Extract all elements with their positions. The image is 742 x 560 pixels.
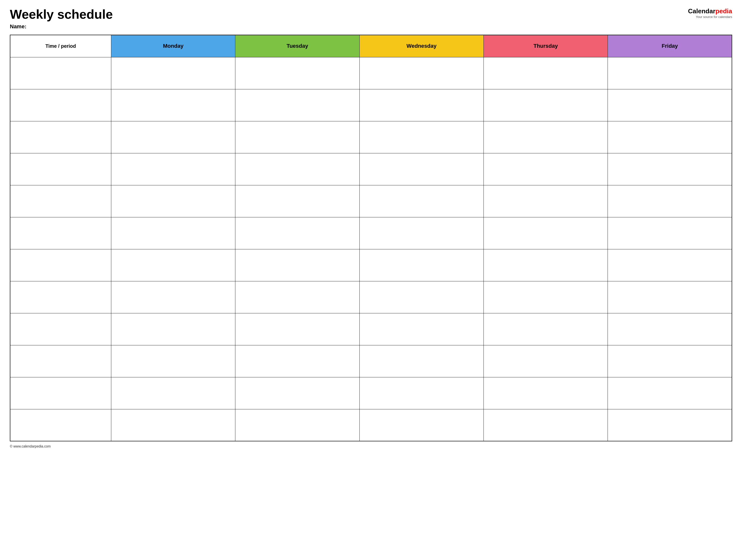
time-cell[interactable] <box>10 185 111 217</box>
col-header-tuesday: Tuesday <box>235 35 360 57</box>
table-row <box>10 249 732 281</box>
day-cell[interactable] <box>235 281 360 313</box>
day-cell[interactable] <box>360 121 483 153</box>
day-cell[interactable] <box>111 313 235 345</box>
day-cell[interactable] <box>483 281 607 313</box>
day-cell[interactable] <box>360 89 483 121</box>
day-cell[interactable] <box>483 249 607 281</box>
time-cell[interactable] <box>10 377 111 409</box>
table-row <box>10 281 732 313</box>
day-cell[interactable] <box>360 249 483 281</box>
day-cell[interactable] <box>608 121 732 153</box>
page-header: Weekly schedule Name: Calendarpedia Your… <box>10 7 732 30</box>
time-cell[interactable] <box>10 313 111 345</box>
day-cell[interactable] <box>360 281 483 313</box>
footer: © www.calendarpedia.com <box>10 444 732 448</box>
day-cell[interactable] <box>235 121 360 153</box>
day-cell[interactable] <box>111 249 235 281</box>
time-cell[interactable] <box>10 153 111 185</box>
time-cell[interactable] <box>10 89 111 121</box>
logo-section: Calendarpedia Your source for calendars <box>688 7 732 19</box>
day-cell[interactable] <box>235 249 360 281</box>
day-cell[interactable] <box>608 217 732 249</box>
day-cell[interactable] <box>235 57 360 89</box>
name-label: Name: <box>10 23 113 30</box>
day-cell[interactable] <box>360 409 483 441</box>
day-cell[interactable] <box>235 313 360 345</box>
schedule-body <box>10 57 732 441</box>
day-cell[interactable] <box>111 377 235 409</box>
day-cell[interactable] <box>608 313 732 345</box>
day-cell[interactable] <box>235 377 360 409</box>
day-cell[interactable] <box>608 345 732 377</box>
logo-text: Calendarpedia <box>688 7 732 15</box>
table-row <box>10 185 732 217</box>
table-row <box>10 153 732 185</box>
day-cell[interactable] <box>608 409 732 441</box>
col-header-monday: Monday <box>111 35 235 57</box>
day-cell[interactable] <box>360 345 483 377</box>
time-cell[interactable] <box>10 281 111 313</box>
day-cell[interactable] <box>360 57 483 89</box>
logo-calendar: Calendar <box>688 7 716 15</box>
day-cell[interactable] <box>483 153 607 185</box>
logo-pedia: pedia <box>716 7 732 15</box>
table-row <box>10 345 732 377</box>
day-cell[interactable] <box>360 377 483 409</box>
table-row <box>10 89 732 121</box>
time-cell[interactable] <box>10 57 111 89</box>
day-cell[interactable] <box>111 409 235 441</box>
day-cell[interactable] <box>111 281 235 313</box>
day-cell[interactable] <box>608 377 732 409</box>
time-cell[interactable] <box>10 249 111 281</box>
day-cell[interactable] <box>608 89 732 121</box>
day-cell[interactable] <box>608 185 732 217</box>
day-cell[interactable] <box>360 217 483 249</box>
col-header-thursday: Thursday <box>483 35 607 57</box>
day-cell[interactable] <box>483 409 607 441</box>
day-cell[interactable] <box>608 249 732 281</box>
col-header-friday: Friday <box>608 35 732 57</box>
day-cell[interactable] <box>483 89 607 121</box>
day-cell[interactable] <box>111 153 235 185</box>
day-cell[interactable] <box>483 57 607 89</box>
day-cell[interactable] <box>608 153 732 185</box>
day-cell[interactable] <box>111 121 235 153</box>
day-cell[interactable] <box>483 185 607 217</box>
day-cell[interactable] <box>235 345 360 377</box>
time-cell[interactable] <box>10 217 111 249</box>
day-cell[interactable] <box>235 89 360 121</box>
day-cell[interactable] <box>235 153 360 185</box>
time-cell[interactable] <box>10 409 111 441</box>
day-cell[interactable] <box>111 57 235 89</box>
day-cell[interactable] <box>111 89 235 121</box>
day-cell[interactable] <box>235 409 360 441</box>
day-cell[interactable] <box>360 313 483 345</box>
logo-tagline: Your source for calendars <box>696 15 732 19</box>
day-cell[interactable] <box>111 185 235 217</box>
day-cell[interactable] <box>608 281 732 313</box>
day-cell[interactable] <box>483 217 607 249</box>
table-row <box>10 217 732 249</box>
day-cell[interactable] <box>483 377 607 409</box>
day-cell[interactable] <box>235 217 360 249</box>
day-cell[interactable] <box>483 313 607 345</box>
day-cell[interactable] <box>483 345 607 377</box>
table-row <box>10 57 732 89</box>
day-cell[interactable] <box>111 345 235 377</box>
day-cell[interactable] <box>360 153 483 185</box>
col-header-time: Time / period <box>10 35 111 57</box>
time-cell[interactable] <box>10 345 111 377</box>
time-cell[interactable] <box>10 121 111 153</box>
footer-url: © www.calendarpedia.com <box>10 444 51 448</box>
day-cell[interactable] <box>360 185 483 217</box>
table-row <box>10 313 732 345</box>
day-cell[interactable] <box>235 185 360 217</box>
day-cell[interactable] <box>483 121 607 153</box>
day-cell[interactable] <box>608 57 732 89</box>
page-title: Weekly schedule <box>10 7 113 21</box>
table-row <box>10 409 732 441</box>
day-cell[interactable] <box>111 217 235 249</box>
title-section: Weekly schedule Name: <box>10 7 113 30</box>
col-header-wednesday: Wednesday <box>360 35 483 57</box>
